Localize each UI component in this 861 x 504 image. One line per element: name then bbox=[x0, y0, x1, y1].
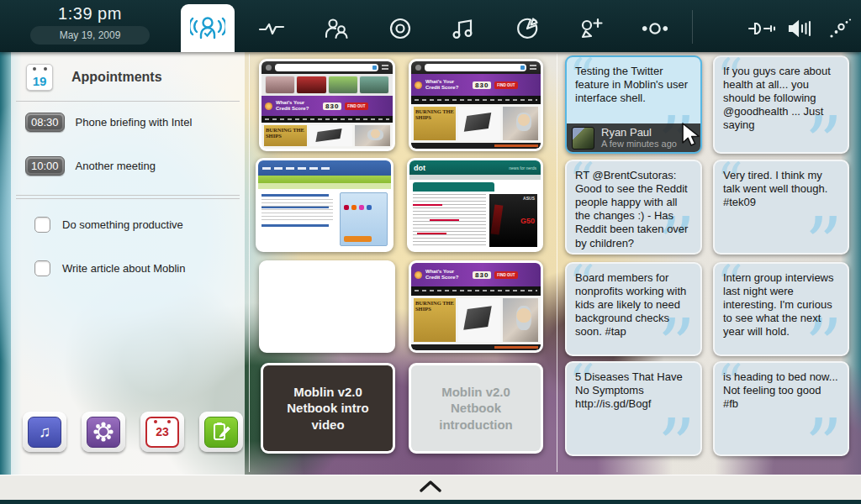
video-item-intro[interactable]: Moblin v2.0 Netbook intro video bbox=[261, 363, 395, 454]
media-player-icon: ♫ bbox=[28, 417, 61, 448]
calendar-app-icon: 23 bbox=[145, 417, 179, 448]
site-tagline: news for nerds bbox=[509, 165, 536, 171]
banner-text: What's Your Credit Score? bbox=[276, 100, 320, 112]
site-content bbox=[258, 189, 391, 249]
web-thumbnail-arstechnica[interactable]: What's Your Credit Score? 830 FIND OUT B… bbox=[409, 260, 543, 353]
tweet-text: RT @BrentCsutoras: Good to see the Reddi… bbox=[567, 161, 700, 255]
calendar-day: 19 bbox=[33, 73, 47, 90]
web-thumbnail-video-site[interactable] bbox=[256, 158, 394, 252]
portrait-photo bbox=[503, 298, 538, 342]
web-thumbnail-blank[interactable] bbox=[259, 260, 395, 353]
site-header bbox=[258, 160, 391, 176]
status-pulse-icon[interactable] bbox=[257, 16, 286, 41]
banner-text: What's Your Credit Score? bbox=[425, 79, 469, 91]
appointment-row[interactable]: 08:30 Phone briefing with Intel bbox=[25, 113, 240, 132]
banner-button: FIND OUT bbox=[345, 102, 367, 110]
launcher-calendar[interactable]: 23 bbox=[140, 412, 184, 452]
portrait-photo bbox=[355, 125, 390, 146]
toolbar-divider bbox=[692, 10, 693, 44]
launcher-media-player[interactable]: ♫ bbox=[23, 412, 66, 452]
site-logo bbox=[265, 102, 272, 110]
time-badge: 10:00 bbox=[25, 156, 65, 176]
appointment-label: Phone briefing with Intel bbox=[76, 116, 193, 129]
banner-score: 830 bbox=[473, 271, 491, 279]
calendar-icon: 19 bbox=[26, 64, 53, 91]
column-divider bbox=[557, 54, 557, 472]
task-row[interactable]: Do something productive bbox=[34, 217, 236, 233]
pasteboard-pie-icon[interactable] bbox=[513, 16, 541, 41]
site-nav bbox=[411, 96, 541, 104]
people-icon[interactable] bbox=[322, 16, 351, 41]
book-cover: BURNING THE SHIPS bbox=[264, 125, 307, 146]
site-content: BURNING THE SHIPS bbox=[411, 296, 541, 344]
add-person-icon[interactable] bbox=[577, 16, 605, 41]
video-item-introduction[interactable]: Moblin v2.0 Netbook introduction bbox=[409, 363, 543, 454]
task-checkbox[interactable] bbox=[34, 260, 50, 276]
thumbnail-content: What's Your Credit Score? 830 FIND OUT B… bbox=[261, 61, 393, 149]
tab-myzone-selected[interactable] bbox=[181, 4, 235, 52]
moblin-desktop: 1:39 pm May 19, 2009 bbox=[0, 0, 861, 504]
launcher-notes[interactable] bbox=[199, 412, 243, 452]
ad-banner: What's Your Credit Score? 830 FIND OUT bbox=[411, 74, 541, 96]
tweet-text: Testing the Twitter feature in Moblin's … bbox=[567, 57, 700, 105]
banner-button: FIND OUT bbox=[494, 81, 517, 89]
thumbnail-content: What's Your Credit Score? 830 FIND OUT B… bbox=[411, 263, 541, 350]
tweet-text: Intern group interviews last night were … bbox=[715, 264, 848, 339]
screen-edge-strip bbox=[0, 500, 861, 504]
tweet-card[interactable]: 5 Diseases That Have No Symptoms http://… bbox=[565, 361, 702, 456]
power-plug-icon[interactable] bbox=[747, 16, 776, 41]
tweet-author-block: Ryan Paul A few minutes ago bbox=[601, 127, 677, 149]
date-pill[interactable]: May 19, 2009 bbox=[30, 26, 150, 45]
network-dots-icon[interactable] bbox=[826, 16, 854, 41]
article-text bbox=[413, 194, 486, 247]
promo-box bbox=[340, 192, 388, 246]
column-divider bbox=[249, 54, 250, 472]
clock: 1:39 pm May 19, 2009 bbox=[30, 4, 150, 45]
myzone-panel: 19 Appointments 08:30 Phone briefing wit… bbox=[11, 52, 245, 475]
thumbnail-content bbox=[261, 263, 393, 350]
time-badge: 08:30 bbox=[25, 113, 65, 132]
notes-clipboard-icon bbox=[204, 417, 238, 448]
video-title: Moblin v2.0 Netbook intro video bbox=[263, 365, 393, 451]
internet-target-icon[interactable] bbox=[386, 16, 415, 41]
tweet-card[interactable]: RT @BrentCsutoras: Good to see the Reddi… bbox=[565, 160, 702, 255]
site-content: ASUS G50 bbox=[409, 192, 541, 249]
web-thumbnail-arstechnica[interactable]: What's Your Credit Score? 830 FIND OUT B… bbox=[409, 59, 543, 151]
tweet-card[interactable]: If you guys care about health at all... … bbox=[713, 55, 849, 154]
tweet-card[interactable]: is heading to bed now... Not feeling too… bbox=[713, 361, 849, 456]
ad-brand: ASUS bbox=[523, 196, 535, 201]
appointment-row[interactable]: 10:00 Another meeting bbox=[25, 156, 240, 176]
task-label: Do something productive bbox=[62, 218, 183, 231]
launcher-settings[interactable] bbox=[82, 412, 125, 452]
book-cover: BURNING THE SHIPS bbox=[414, 107, 456, 140]
book-cover: BURNING THE SHIPS bbox=[414, 298, 456, 342]
tweet-text: 5 Diseases That Have No Symptoms http://… bbox=[567, 363, 700, 411]
task-checkbox[interactable] bbox=[34, 217, 50, 233]
media-notes-icon[interactable] bbox=[449, 16, 478, 41]
tweet-card[interactable]: Board members for nonprofits working wit… bbox=[565, 262, 702, 356]
banner-score: 830 bbox=[473, 81, 491, 89]
portrait-photo bbox=[503, 107, 538, 140]
volume-icon[interactable] bbox=[785, 16, 814, 41]
site-subnav bbox=[258, 183, 391, 189]
banner-text: What's Your Credit Score? bbox=[425, 269, 469, 281]
app-launchers: ♫ 23 bbox=[23, 412, 243, 452]
appointments-title: Appointments bbox=[71, 70, 162, 85]
tweet-card[interactable]: Very tired. I think my talk went well th… bbox=[713, 160, 849, 255]
site-logo: dot bbox=[414, 164, 425, 172]
browser-toolbar bbox=[411, 61, 541, 74]
site-footer bbox=[411, 143, 541, 149]
appointment-label: Another meeting bbox=[76, 160, 156, 172]
tweet-card[interactable]: Intern group interviews last night were … bbox=[713, 262, 849, 356]
site-content: BURNING THE SHIPS bbox=[411, 104, 541, 143]
divider bbox=[16, 195, 240, 196]
thumbnail-content: What's Your Credit Score? 830 FIND OUT B… bbox=[411, 61, 541, 149]
web-thumbnail-arstechnica[interactable]: What's Your Credit Score? 830 FIND OUT B… bbox=[259, 59, 395, 151]
web-thumbnail-slashdot[interactable]: dot news for nerds ASUS G50 bbox=[407, 158, 543, 252]
zones-circles-icon[interactable] bbox=[641, 16, 669, 41]
chevron-up-icon[interactable] bbox=[418, 480, 443, 496]
site-logo bbox=[415, 81, 422, 89]
bottom-toolbar[interactable] bbox=[0, 475, 861, 500]
task-row[interactable]: Write article about Moblin bbox=[34, 260, 236, 276]
tweet-text: is heading to bed now... Not feeling too… bbox=[715, 363, 848, 411]
